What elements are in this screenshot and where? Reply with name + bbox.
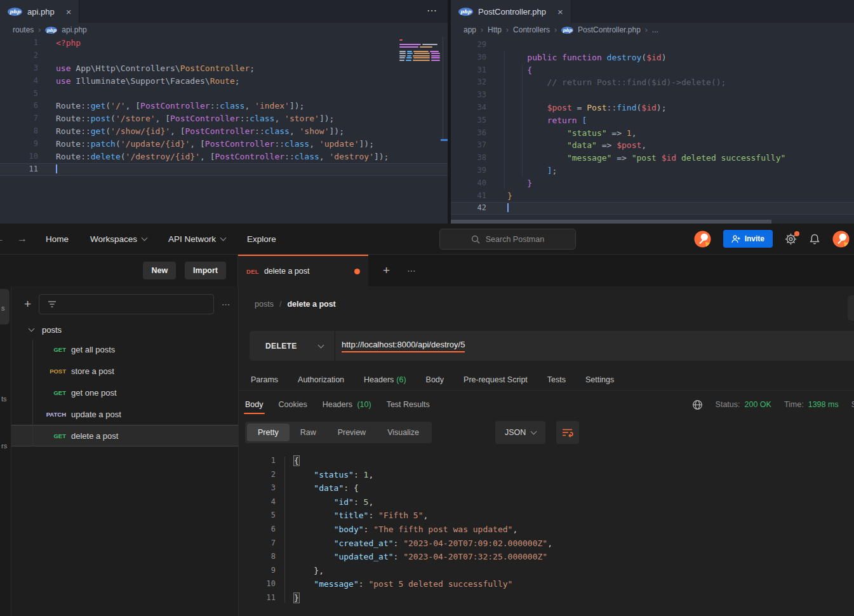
close-icon[interactable]: ×: [557, 6, 563, 17]
forward-arrow-icon[interactable]: →: [17, 233, 27, 244]
code-line: 2 "status": 1,: [239, 468, 854, 482]
request-item-store-a-post[interactable]: POSTstore a post: [11, 360, 238, 382]
nav-item-home[interactable]: Home: [46, 234, 69, 244]
request-item-get-one-post[interactable]: GETget one post: [11, 382, 238, 403]
line-number: 38: [451, 152, 492, 164]
breadcrumb-request-name[interactable]: delete a post: [287, 300, 335, 309]
tab-options-icon[interactable]: ⋯: [407, 265, 417, 276]
rail-item-fragment[interactable]: rs: [1, 442, 7, 450]
request-tab-tests[interactable]: Tests: [547, 375, 566, 384]
response-tab-test-results[interactable]: Test Results: [387, 400, 430, 409]
tab-api-php[interactable]: php api.php ×: [0, 0, 79, 23]
code-line: 5: [0, 88, 448, 100]
chevron-down-icon: [142, 235, 148, 241]
format-select[interactable]: JSON: [495, 421, 545, 444]
view-preview[interactable]: Preview: [327, 424, 377, 441]
sidebar-more-icon[interactable]: ⋯: [222, 300, 230, 309]
request-tab-settings[interactable]: Settings: [585, 375, 614, 384]
request-item-update-a-post[interactable]: PATCHupdate a post: [11, 403, 238, 425]
clipped-edge-button[interactable]: [848, 295, 854, 321]
request-tab-pre-request-script[interactable]: Pre-request Script: [464, 375, 528, 384]
request-item-get-all-posts[interactable]: GETget all posts: [11, 338, 238, 360]
editor-code[interactable]: 1<?php23use App\Http\Controllers\PostCon…: [0, 37, 448, 176]
add-collection-icon[interactable]: +: [24, 297, 31, 311]
line-number: 11: [239, 591, 282, 605]
minimap-segment: [407, 53, 413, 54]
search-input[interactable]: Search Postman: [439, 229, 576, 250]
time-label: Time:: [784, 400, 804, 409]
breadcrumb-item[interactable]: Controllers: [513, 25, 550, 34]
response-tab-headers[interactable]: Headers (10): [323, 400, 371, 409]
minimap-row: [399, 42, 440, 43]
response-body[interactable]: 1{2 "status": 1,3 "data": {4 "id": 5,5 "…: [239, 454, 854, 616]
scrollbar-thumb[interactable]: [441, 139, 448, 141]
rail-item-fragment[interactable]: ts: [1, 395, 7, 403]
editor-code[interactable]: 2930 public function destroy($id)31 {32 …: [451, 39, 854, 215]
wrap-text-button[interactable]: [556, 421, 579, 444]
notifications-bell-icon[interactable]: [809, 233, 820, 245]
breadcrumb-folder[interactable]: posts: [255, 300, 274, 309]
indent-guide: [504, 51, 505, 189]
settings-gear-icon[interactable]: [785, 233, 797, 245]
nav-item-workspaces[interactable]: Workspaces: [90, 234, 147, 244]
url-input[interactable]: http://localhost:8000/api/destroy/5: [335, 331, 465, 361]
breadcrumb: app›Http›Controllers›phpPostController.p…: [451, 23, 854, 37]
view-pretty[interactable]: Pretty: [247, 424, 290, 441]
method-select[interactable]: DELETE: [250, 331, 335, 361]
method-value: DELETE: [265, 342, 297, 351]
code-line: 1<?php: [0, 37, 448, 50]
breadcrumb: posts / delete a post: [239, 286, 854, 322]
postman-logo[interactable]: [694, 231, 711, 248]
line-text: "data" => $post,: [492, 139, 646, 152]
code-line: 4use Illuminate\Support\Facades\Route;: [0, 75, 448, 88]
request-tab-delete-a-post[interactable]: DEL delete a post: [238, 255, 368, 286]
avatar[interactable]: [832, 231, 850, 248]
line-text: [46, 163, 57, 176]
tab-count: (6): [396, 375, 406, 384]
scrollbar[interactable]: [443, 37, 443, 140]
time-value[interactable]: 1398 ms: [808, 400, 839, 409]
response-tab-body[interactable]: Body: [245, 400, 264, 409]
code-line: 29: [451, 39, 854, 51]
nav-item-explore[interactable]: Explore: [247, 234, 276, 244]
filter-input[interactable]: [39, 294, 214, 314]
line-number: 36: [451, 127, 492, 140]
back-arrow-icon[interactable]: ←: [0, 233, 4, 244]
line-number: 35: [451, 114, 492, 127]
nav-item-api-network[interactable]: API Network: [168, 234, 225, 244]
view-visualize[interactable]: Visualize: [377, 424, 430, 441]
response-tab-cookies[interactable]: Cookies: [279, 400, 307, 409]
new-button[interactable]: New: [143, 262, 176, 279]
import-button[interactable]: Import: [185, 262, 226, 279]
breadcrumb-item[interactable]: ...: [652, 25, 658, 34]
new-tab-button[interactable]: +: [383, 264, 390, 278]
request-tab-headers[interactable]: Headers(6): [364, 375, 406, 384]
notification-dot: [794, 231, 799, 236]
request-item-delete-a-post[interactable]: GETdelete a post: [11, 425, 238, 446]
close-icon[interactable]: ×: [66, 6, 72, 17]
request-tab-authorization[interactable]: Authorization: [298, 375, 344, 384]
line-number: 9: [0, 138, 46, 151]
status-value[interactable]: 200 OK: [745, 400, 771, 409]
request-tab-body[interactable]: Body: [426, 375, 444, 384]
globe-icon[interactable]: [692, 399, 703, 410]
breadcrumb-item[interactable]: api.php: [62, 25, 86, 34]
editor-actions-icon[interactable]: ⋯: [427, 4, 439, 17]
breadcrumb-item[interactable]: Http: [488, 25, 502, 34]
breadcrumb-item[interactable]: routes: [13, 25, 34, 34]
request-tab-params[interactable]: Params: [251, 375, 278, 384]
line-number: 1: [239, 454, 282, 468]
breadcrumb-item[interactable]: app: [464, 25, 476, 34]
minimap[interactable]: [399, 39, 440, 61]
tab-postcontroller-php[interactable]: php PostController.php ×: [451, 0, 571, 23]
invite-button[interactable]: Invite: [723, 230, 773, 248]
code-line: 35 return [: [451, 114, 854, 127]
view-raw[interactable]: Raw: [290, 424, 327, 441]
code-line: 6Route::get('/', [PostController::class,…: [0, 100, 448, 112]
collection-posts[interactable]: posts: [11, 321, 238, 338]
rail-item-fragment[interactable]: s: [1, 304, 5, 312]
minimap-segment: [399, 55, 406, 57]
breadcrumb-item[interactable]: PostController.php: [578, 25, 641, 34]
line-text: Route::get('/', [PostController::class, …: [46, 100, 304, 112]
minimap-row: [399, 44, 440, 45]
